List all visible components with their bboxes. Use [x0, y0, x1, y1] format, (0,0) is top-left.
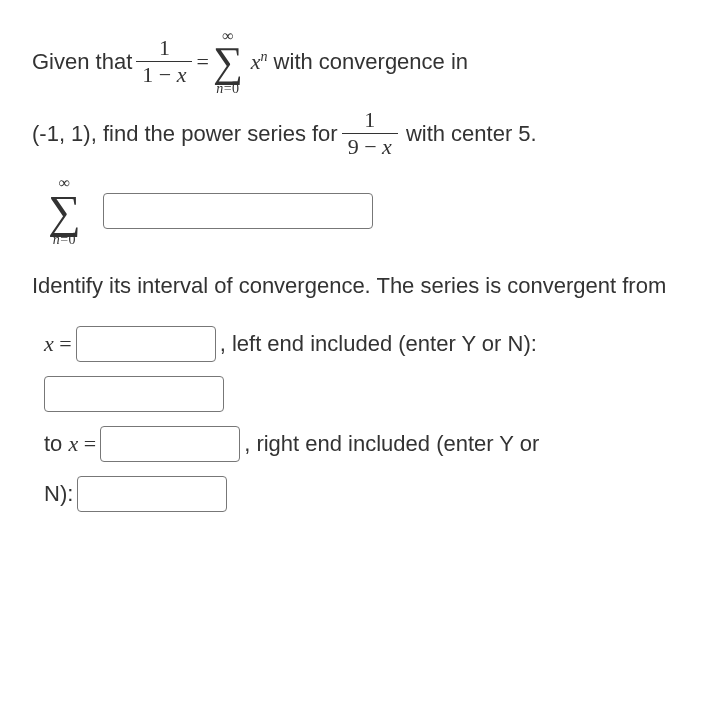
series-term-input[interactable] [103, 193, 373, 229]
right-endpoint-row: to x = , right end included (enter Y or [32, 426, 687, 462]
right-endpoint-input[interactable] [100, 426, 240, 462]
sigma-icon: ∑ [48, 191, 81, 232]
fraction-numerator: 1 [153, 36, 176, 61]
to-label: to x = [44, 427, 96, 460]
term-x-to-the-n: xn [251, 45, 268, 78]
summation-symbol: ∞ ∑ n=0 [48, 175, 81, 246]
left-endpoint-row: x = , left end included (enter Y or N): [32, 326, 687, 362]
fraction-1-over-1-minus-x: 1 1 − x [136, 36, 192, 87]
fraction-denominator: 9 − x [342, 133, 398, 159]
right-end-included-text: , right end included (enter Y or [244, 427, 539, 460]
series-term-answer-row: ∞ ∑ n=0 [44, 175, 687, 246]
left-endpoint-input[interactable] [76, 326, 216, 362]
equals-sign: = [196, 45, 208, 78]
summation-symbol: ∞ ∑ n=0 [213, 28, 243, 96]
fraction-denominator: 1 − x [136, 61, 192, 87]
sum-lower-limit: n=0 [216, 82, 239, 96]
fraction-numerator: 1 [358, 108, 381, 133]
sum-lower-limit: n=0 [53, 233, 76, 247]
left-end-included-text: , left end included (enter Y or N): [220, 327, 537, 360]
text-given-that: Given that [32, 45, 132, 78]
problem-line-2: (-1, 1), find the power series for 1 9 −… [32, 108, 687, 159]
left-end-yn-row [32, 376, 687, 412]
x-equals-label: x = [44, 327, 72, 360]
fraction-1-over-9-minus-x: 1 9 − x [342, 108, 398, 159]
left-end-yn-input[interactable] [44, 376, 224, 412]
text-with-center-5: with center 5. [406, 117, 537, 150]
text-interval-find: (-1, 1), find the power series for [32, 117, 338, 150]
text-with-convergence: with convergence in [274, 45, 468, 78]
right-end-yn-input[interactable] [77, 476, 227, 512]
identify-interval-text: Identify its interval of convergence. Th… [32, 269, 687, 302]
sigma-icon: ∑ [213, 44, 243, 82]
problem-line-1: Given that 1 1 − x = ∞ ∑ n=0 xn with con… [32, 28, 687, 96]
n-close-label: N): [44, 477, 73, 510]
right-end-yn-row: N): [32, 476, 687, 512]
